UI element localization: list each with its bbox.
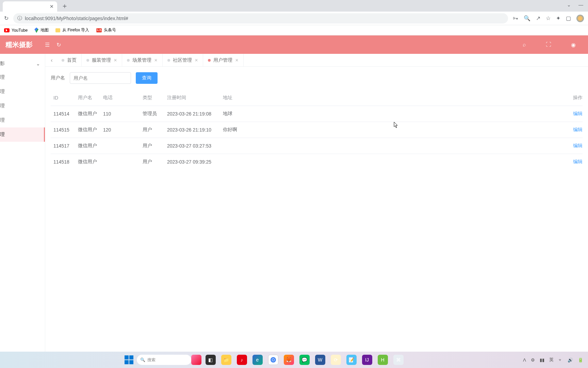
- fullscreen-icon[interactable]: ⛶: [546, 42, 551, 48]
- bookmark-maps[interactable]: 地图: [34, 27, 49, 33]
- bookmark-youtube[interactable]: YouTube: [4, 28, 28, 33]
- firefox-icon[interactable]: 🦊: [284, 355, 294, 365]
- ime-indicator[interactable]: 英: [549, 357, 554, 363]
- cell-address: [220, 138, 566, 154]
- table-row: 114518 微信用户 用户 2023-03-27 09:39:25 编辑: [51, 154, 583, 170]
- close-icon[interactable]: ✕: [195, 58, 198, 63]
- tab-dot-icon: [167, 59, 170, 62]
- bookmark-bar: YouTube 地图 从 Firefox 导入 头条 头条号: [0, 25, 588, 35]
- cell-regtime: 2023-03-26 21:19:10: [164, 122, 220, 138]
- sidebar-item-2[interactable]: 理: [0, 99, 45, 113]
- sidebar-toggle-icon[interactable]: ☰: [45, 42, 50, 48]
- tab-community[interactable]: 社区管理 ✕: [163, 54, 203, 67]
- username-input[interactable]: [70, 72, 131, 84]
- wifi-icon[interactable]: ᯤ: [558, 357, 563, 363]
- chevron-down-icon: ⌄: [36, 61, 40, 66]
- edit-link[interactable]: 编辑: [566, 106, 583, 122]
- tray-settings-icon[interactable]: ⚙: [531, 357, 535, 363]
- site-info-icon[interactable]: ⓘ: [17, 15, 22, 21]
- hbuilder-icon[interactable]: H: [378, 355, 388, 365]
- cell-type: 用户: [140, 138, 164, 154]
- cell-username: 微信用户: [75, 138, 100, 154]
- tab-scene[interactable]: 场景管理 ✕: [122, 54, 163, 67]
- netease-music-icon[interactable]: ♪: [237, 355, 247, 365]
- cell-address: 地球: [220, 106, 566, 122]
- intellij-icon[interactable]: IJ: [362, 355, 372, 365]
- col-id: ID: [51, 90, 75, 106]
- taskbar-search[interactable]: 🔍 搜索: [137, 355, 191, 365]
- star-icon[interactable]: ☆: [546, 15, 551, 21]
- extensions-icon[interactable]: ✦: [556, 15, 560, 21]
- search-icon[interactable]: ⌕: [523, 42, 526, 48]
- bookmark-toutiao[interactable]: 头条 头条号: [96, 27, 116, 33]
- refresh-icon[interactable]: ↻: [56, 42, 61, 48]
- tab-label: 场景管理: [132, 57, 151, 63]
- tabs-scroll-left-icon[interactable]: ‹: [47, 57, 57, 63]
- cell-regtime: 2023-03-27 03:27:53: [164, 138, 220, 154]
- sidebar-item-1[interactable]: 理: [0, 85, 45, 99]
- app-header: 糯米摄影 ☰ ↻ ⌕ ⛶ ◉: [0, 35, 588, 54]
- wechat-icon[interactable]: 💬: [299, 355, 310, 365]
- sidebar-item-4[interactable]: 理: [0, 127, 45, 142]
- cell-phone: [100, 154, 140, 170]
- browser-tab[interactable]: ✕: [3, 1, 57, 12]
- edit-link[interactable]: 编辑: [566, 138, 583, 154]
- app-gray-icon[interactable]: ⌘: [393, 355, 404, 365]
- user-icon[interactable]: ◉: [571, 42, 576, 48]
- tab-home[interactable]: 首页: [57, 54, 82, 67]
- svg-point-2: [272, 359, 274, 361]
- tray-monitor-icon[interactable]: ▮▮: [540, 357, 544, 363]
- sidebar-item-0[interactable]: 理: [0, 70, 45, 85]
- bookmark-firefox-import[interactable]: 从 Firefox 导入: [55, 27, 89, 33]
- app-yellow-icon[interactable]: ⟳: [331, 355, 341, 365]
- col-regtime: 注册时间: [164, 90, 220, 106]
- taskbar-app-1[interactable]: [191, 355, 201, 365]
- tab-label: 首页: [67, 57, 77, 63]
- close-icon[interactable]: ✕: [114, 58, 117, 63]
- volume-icon[interactable]: 🔊: [568, 357, 573, 363]
- dropdown-icon[interactable]: ⌄: [567, 2, 571, 7]
- start-button[interactable]: [125, 355, 133, 364]
- col-op: 操作: [566, 90, 583, 106]
- edge-icon[interactable]: e: [252, 355, 263, 365]
- cell-type: 用户: [140, 154, 164, 170]
- content-tabs: ‹ 首页 服装管理 ✕ 场景管理 ✕ 社区管理 ✕ 用户: [45, 54, 588, 67]
- cell-phone: [100, 138, 140, 154]
- close-icon[interactable]: ✕: [154, 58, 158, 63]
- table-header-row: ID 用户名 电话 类型 注册时间 地址 操作: [51, 90, 583, 106]
- sidebar-item-3[interactable]: 理: [0, 113, 45, 127]
- table-row: 114515 微信用户 120 用户 2023-03-26 21:19:10 你…: [51, 122, 583, 138]
- side-panel-icon[interactable]: ▢: [566, 15, 571, 21]
- col-username: 用户名: [75, 90, 100, 106]
- profile-avatar[interactable]: [576, 15, 584, 22]
- key-icon[interactable]: 🗝: [513, 15, 518, 21]
- bookmark-label: YouTube: [12, 28, 28, 33]
- search-button[interactable]: 查询: [136, 72, 158, 84]
- file-explorer-icon[interactable]: 📁: [221, 355, 231, 365]
- close-tab-icon[interactable]: ✕: [50, 4, 54, 9]
- sidebar-group-header[interactable]: 影 ⌄: [0, 57, 45, 70]
- notepad-icon[interactable]: 📝: [346, 355, 357, 365]
- word-icon[interactable]: W: [315, 355, 325, 365]
- cell-address: [220, 154, 566, 170]
- reload-icon[interactable]: ↻: [4, 15, 9, 21]
- tab-label: 社区管理: [173, 57, 192, 63]
- minimize-icon[interactable]: —: [578, 2, 583, 7]
- taskbar-app-2[interactable]: ◧: [206, 355, 216, 365]
- edit-link[interactable]: 编辑: [566, 154, 583, 170]
- battery-icon[interactable]: 🔋: [578, 357, 583, 363]
- edit-link[interactable]: 编辑: [566, 122, 583, 138]
- new-tab-button[interactable]: ＋: [61, 1, 68, 11]
- close-icon[interactable]: ✕: [235, 58, 239, 63]
- url-input[interactable]: ⓘ localhost:9091/MyPhoto/static/pages/in…: [13, 13, 508, 24]
- user-table: ID 用户名 电话 类型 注册时间 地址 操作 114514 微信用户 110: [51, 90, 583, 170]
- tab-dot-icon: [62, 59, 64, 62]
- zoom-icon[interactable]: 🔍: [524, 15, 530, 21]
- tab-dot-icon: [127, 59, 130, 62]
- tray-chevron-icon[interactable]: ᐱ: [523, 357, 526, 363]
- share-icon[interactable]: ↗: [536, 15, 540, 21]
- tab-clothing[interactable]: 服装管理 ✕: [82, 54, 122, 67]
- tab-user[interactable]: 用户管理 ✕: [203, 54, 244, 67]
- chrome-icon[interactable]: [268, 355, 278, 365]
- tab-dot-icon: [208, 59, 211, 62]
